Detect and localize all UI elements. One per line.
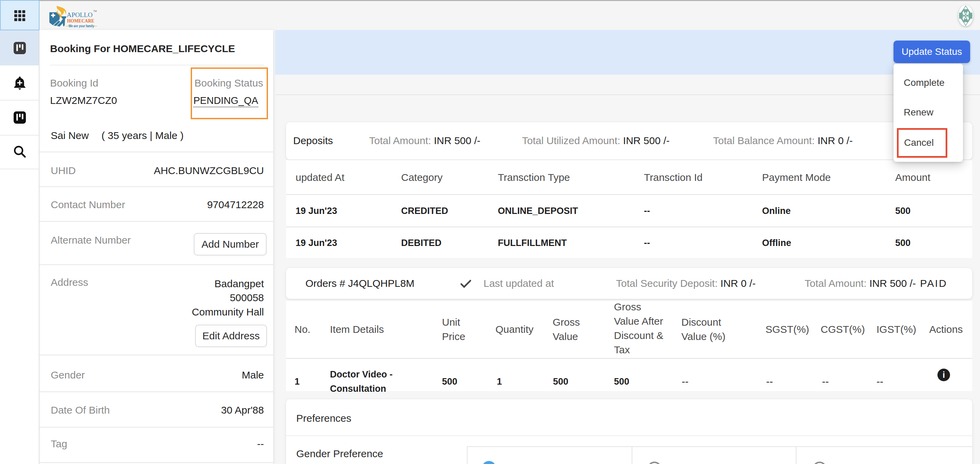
svg-text:—We are your family—: —We are your family— [66, 24, 97, 28]
svg-text:HOMECARE: HOMECARE [67, 18, 94, 24]
svg-text:TM: TM [93, 10, 97, 12]
svg-text:APOLLO: APOLLO [67, 11, 92, 18]
